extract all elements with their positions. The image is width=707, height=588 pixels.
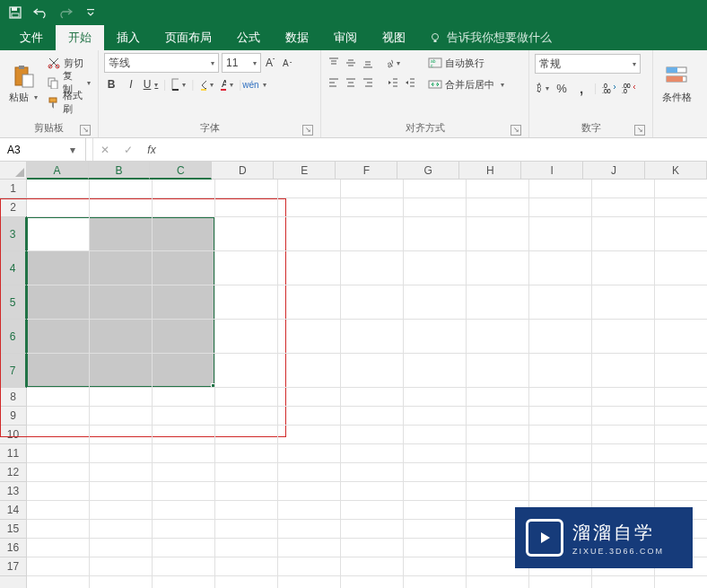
- alignment-launcher[interactable]: ↘: [511, 125, 521, 136]
- row-header[interactable]: 16: [0, 539, 26, 557]
- ribbon-tabs: 文件 开始 插入 页面布局 公式 数据 审阅 视图 告诉我你想要做什么: [0, 25, 707, 50]
- row-header[interactable]: 8: [0, 388, 26, 407]
- selection-range: [26, 216, 215, 388]
- column-headers: A B C D E F G H I J K: [0, 162, 707, 180]
- row-header[interactable]: 6: [0, 320, 27, 354]
- save-button[interactable]: [5, 3, 25, 22]
- bold-button[interactable]: B: [104, 77, 118, 92]
- increase-decimal-icon[interactable]: .0.00: [602, 81, 616, 95]
- undo-button[interactable]: [31, 3, 50, 22]
- watermark-title: 溜溜自学: [572, 521, 664, 545]
- italic-button[interactable]: I: [124, 77, 138, 92]
- increase-font-icon[interactable]: Aˆ: [264, 56, 278, 70]
- wrap-icon: abc: [428, 56, 442, 70]
- tab-page-layout[interactable]: 页面布局: [153, 25, 224, 50]
- col-header[interactable]: I: [521, 162, 583, 179]
- col-header[interactable]: K: [645, 162, 707, 179]
- decrease-font-icon[interactable]: Aˇ: [281, 56, 295, 70]
- brush-icon: [47, 95, 60, 110]
- row-header[interactable]: 11: [0, 444, 26, 463]
- row-header[interactable]: 17: [0, 557, 26, 576]
- chevron-down-icon[interactable]: ▾: [65, 144, 81, 156]
- comma-icon[interactable]: ,: [574, 81, 589, 95]
- underline-button[interactable]: U▾: [144, 77, 158, 92]
- insert-function-button[interactable]: fx: [140, 138, 163, 161]
- decrease-decimal-icon[interactable]: .00.0: [622, 81, 636, 95]
- row-header[interactable]: 13: [0, 482, 26, 501]
- clipboard-launcher[interactable]: ↘: [80, 125, 91, 136]
- col-header[interactable]: J: [583, 162, 645, 179]
- conditional-formatting-button[interactable]: 条件格: [659, 54, 694, 113]
- accept-formula-button[interactable]: ✓: [117, 138, 140, 161]
- row-header[interactable]: 12: [0, 463, 26, 482]
- decrease-indent-icon[interactable]: [386, 75, 400, 90]
- scissors-icon: [47, 56, 61, 70]
- tab-review[interactable]: 审阅: [321, 25, 370, 50]
- svg-rect-3: [87, 9, 94, 10]
- col-header[interactable]: D: [212, 162, 274, 179]
- tab-formulas[interactable]: 公式: [224, 25, 273, 50]
- font-color-button[interactable]: A▾: [219, 77, 233, 92]
- redo-button[interactable]: [56, 3, 75, 22]
- fill-color-button[interactable]: ▾: [199, 77, 214, 92]
- svg-text:A: A: [222, 78, 226, 89]
- select-all-button[interactable]: [0, 162, 27, 179]
- align-left-icon[interactable]: [327, 75, 341, 90]
- col-header[interactable]: G: [397, 162, 459, 179]
- align-bottom-icon[interactable]: [361, 56, 375, 70]
- row-header[interactable]: 3: [0, 217, 27, 251]
- fill-handle[interactable]: [211, 383, 216, 389]
- row-header[interactable]: 2: [0, 198, 26, 217]
- accounting-format-icon[interactable]: ₿▾: [535, 81, 549, 95]
- customize-qat-button[interactable]: [81, 3, 100, 22]
- row-header[interactable]: 15: [0, 520, 26, 539]
- svg-text:ˆ: ˆ: [273, 57, 275, 64]
- align-right-icon[interactable]: [361, 75, 375, 90]
- format-painter-button[interactable]: 格式刷: [45, 93, 92, 111]
- name-box-input[interactable]: [0, 144, 65, 156]
- watermark: 溜溜自学 ZIXUE.3D66.COM: [515, 507, 693, 568]
- tab-data[interactable]: 数据: [273, 25, 321, 50]
- increase-indent-icon[interactable]: [403, 75, 417, 90]
- row-header[interactable]: 4: [0, 251, 27, 285]
- svg-text:A: A: [266, 57, 273, 69]
- font-launcher[interactable]: ↘: [302, 125, 313, 136]
- row-header[interactable]: 1: [0, 180, 26, 198]
- border-button[interactable]: ▾: [171, 77, 186, 92]
- tab-file[interactable]: 文件: [7, 25, 56, 50]
- percent-icon[interactable]: %: [554, 81, 569, 95]
- align-middle-icon[interactable]: [344, 56, 358, 70]
- wrap-text-button[interactable]: abc 自动换行: [426, 54, 506, 72]
- tab-insert[interactable]: 插入: [104, 25, 153, 50]
- font-size-select[interactable]: 11▾: [222, 53, 261, 73]
- svg-marker-60: [541, 532, 550, 543]
- col-header[interactable]: A: [27, 162, 89, 180]
- name-box[interactable]: ▾: [0, 138, 86, 161]
- merge-center-button[interactable]: 合并后居中▾: [426, 75, 506, 93]
- align-top-icon[interactable]: [327, 56, 341, 70]
- orientation-icon[interactable]: ab▾: [386, 56, 400, 70]
- font-name-select[interactable]: 等线▾: [104, 53, 219, 73]
- col-header[interactable]: F: [336, 162, 397, 179]
- group-number: 常规▾ ₿▾ % , | .0.00 .00.0 数字↘: [529, 50, 653, 137]
- formula-input[interactable]: [163, 138, 707, 161]
- number-launcher[interactable]: ↘: [634, 125, 645, 136]
- col-header[interactable]: B: [89, 162, 151, 180]
- tell-me-search[interactable]: 告诉我你想要做什么: [418, 25, 552, 50]
- phonetic-button[interactable]: wén▾: [247, 77, 261, 92]
- paste-button[interactable]: 粘贴▾: [5, 54, 41, 113]
- col-header[interactable]: E: [274, 162, 336, 179]
- row-header[interactable]: 5: [0, 285, 27, 320]
- row-header[interactable]: 9: [0, 407, 26, 426]
- col-header[interactable]: C: [150, 162, 212, 180]
- tell-me-placeholder: 告诉我你想要做什么: [447, 30, 552, 46]
- cancel-formula-button[interactable]: ✕: [93, 138, 117, 161]
- tab-home[interactable]: 开始: [56, 25, 104, 50]
- row-header[interactable]: 14: [0, 501, 26, 520]
- number-format-select[interactable]: 常规▾: [535, 54, 641, 74]
- align-center-icon[interactable]: [344, 75, 358, 90]
- col-header[interactable]: H: [459, 162, 521, 179]
- row-header[interactable]: 7: [0, 354, 27, 388]
- row-header[interactable]: 10: [0, 426, 26, 444]
- tab-view[interactable]: 视图: [370, 25, 418, 50]
